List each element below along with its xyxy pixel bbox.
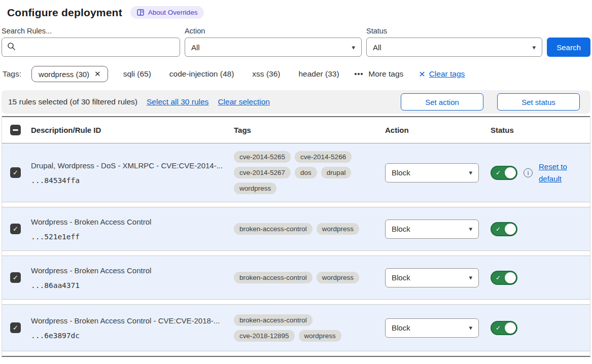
search-input[interactable]	[20, 43, 175, 52]
select-all-checkbox[interactable]	[10, 125, 21, 135]
tag-filter[interactable]: xss (36)	[252, 69, 280, 79]
table-row: ✓ Drupal, Wordpress - DoS - XMLRPC - CVE…	[2, 143, 590, 202]
action-filter-value: All	[191, 43, 200, 52]
rule-action-select[interactable]: Block ▾	[385, 163, 479, 183]
rule-tag-pill: wordpress	[299, 330, 341, 342]
rule-description: Drupal, Wordpress - DoS - XMLRPC - CVE:C…	[31, 161, 225, 171]
more-tags-label: More tags	[368, 69, 403, 79]
rule-action-cell: Block ▾	[385, 318, 491, 338]
rule-action-select[interactable]: Block ▾	[385, 318, 479, 338]
row-checkbox-cell: ✓	[2, 322, 31, 333]
rule-description: Wordpress - Broken Access Control - CVE:…	[31, 316, 225, 326]
header-checkbox-cell	[2, 125, 31, 135]
row-checkbox[interactable]: ✓	[10, 167, 21, 178]
rule-description-cell: Wordpress - Broken Access Control - CVE:…	[31, 316, 234, 340]
table-body: ✓ Drupal, Wordpress - DoS - XMLRPC - CVE…	[2, 143, 590, 351]
clear-tags-link[interactable]: ✕ Clear tags	[419, 69, 465, 79]
rule-tags-cell: broken-access-controlwordpress	[234, 272, 385, 283]
rule-description-cell: Wordpress - Broken Access Control ...521…	[31, 217, 234, 241]
status-filter-field: Status All ▾	[366, 27, 542, 57]
column-header-description: Description/Rule ID	[31, 126, 234, 134]
selected-tag-label: wordpress (30)	[39, 70, 89, 79]
rule-tag-pill: broken-access-control	[234, 272, 312, 283]
rule-action-value: Block	[392, 225, 410, 233]
select-all-link[interactable]: Select all 30 rules	[147, 97, 208, 106]
check-icon: ✓	[13, 324, 18, 331]
ellipsis-icon: •••	[355, 70, 364, 78]
check-icon: ✓	[13, 226, 18, 232]
rules-table: Description/Rule ID Tags Action Status ✓…	[2, 116, 590, 358]
toggle-knob	[505, 272, 516, 283]
clear-tags-label: Clear tags	[429, 69, 465, 79]
row-checkbox[interactable]: ✓	[10, 322, 21, 333]
selected-tag-chip[interactable]: wordpress (30) ✕	[31, 66, 108, 82]
status-toggle[interactable]: ✓	[491, 271, 517, 285]
about-overrides-badge[interactable]: About Overrides	[130, 6, 204, 19]
search-icon	[7, 42, 16, 52]
rule-tag-pill: cve-2018-12895	[234, 330, 295, 342]
reset-to-default-link[interactable]: Reset to default	[539, 161, 571, 185]
rule-action-cell: Block ▾	[385, 220, 491, 239]
check-icon: ✓	[13, 169, 18, 176]
selection-summary: 15 rules selected (of 30 filtered rules)	[8, 97, 137, 106]
row-checkbox-cell: ✓	[2, 167, 31, 178]
status-toggle[interactable]: ✓	[491, 321, 517, 335]
row-checkbox[interactable]: ✓	[10, 272, 21, 283]
indeterminate-icon	[13, 129, 18, 131]
rule-action-value: Block	[392, 323, 410, 332]
table-row: ✓ Wordpress - Broken Access Control ...8…	[2, 256, 590, 300]
action-filter-label: Action	[185, 27, 362, 35]
chevron-down-icon: ▾	[469, 324, 472, 331]
rule-id: ...86aa4371	[31, 281, 225, 289]
tag-filter[interactable]: sqli (65)	[123, 69, 151, 79]
clear-selection-link[interactable]: Clear selection	[218, 97, 270, 106]
tag-filter[interactable]: header (33)	[298, 69, 339, 79]
rule-id: ...521e1eff	[31, 233, 225, 241]
remove-tag-icon[interactable]: ✕	[94, 69, 101, 79]
rule-tag-pill: dos	[295, 167, 317, 178]
column-header-status: Status	[491, 126, 590, 134]
column-header-action: Action	[385, 126, 491, 134]
chevron-down-icon: ▾	[352, 44, 355, 51]
chevron-down-icon: ▾	[532, 44, 536, 51]
page-title: Configure deployment	[7, 7, 122, 19]
rule-action-value: Block	[392, 273, 410, 282]
rule-tag-pill: broken-access-control	[234, 314, 312, 326]
table-row: ✓ Wordpress - Broken Access Control - CV…	[2, 304, 590, 351]
rule-tag-pill: broken-access-control	[234, 223, 312, 235]
rule-tags-cell: broken-access-controlcve-2018-12895wordp…	[234, 314, 385, 342]
rule-status-cell: ✓ i Reset to default	[491, 161, 590, 185]
rule-tag-pill: cve-2014-5267	[234, 167, 291, 178]
toggle-knob	[505, 167, 516, 178]
more-tags-button[interactable]: ••• More tags	[355, 69, 404, 79]
rule-action-select[interactable]: Block ▾	[385, 220, 479, 239]
rule-status-cell: ✓	[491, 271, 590, 285]
tag-filter[interactable]: code-injection (48)	[169, 69, 234, 79]
next-row-top-edge	[2, 356, 590, 358]
row-checkbox-cell: ✓	[2, 272, 31, 283]
search-button[interactable]: Search	[547, 38, 590, 57]
set-status-button[interactable]: Set status	[497, 93, 580, 111]
check-icon: ✓	[13, 274, 18, 281]
rule-description-cell: Drupal, Wordpress - DoS - XMLRPC - CVE:C…	[31, 161, 234, 185]
search-label: Search Rules...	[2, 27, 180, 35]
search-input-wrap	[2, 38, 180, 57]
status-toggle[interactable]: ✓	[491, 222, 517, 236]
check-icon: ✓	[496, 170, 501, 176]
rule-tag-pill: wordpress	[317, 223, 359, 235]
status-filter-label: Status	[366, 27, 542, 35]
selection-bar: 15 rules selected (of 30 filtered rules)…	[2, 90, 590, 114]
info-icon[interactable]: i	[524, 168, 533, 177]
status-toggle[interactable]: ✓	[491, 166, 517, 180]
rule-id: ...6e3897dc	[31, 332, 225, 340]
action-filter-select[interactable]: All ▾	[185, 38, 362, 57]
set-action-button[interactable]: Set action	[401, 93, 483, 111]
rule-tags-cell: cve-2014-5265cve-2014-5266cve-2014-5267d…	[234, 151, 385, 194]
check-icon: ✓	[496, 325, 501, 331]
rule-status-cell: ✓	[491, 222, 590, 236]
status-filter-select[interactable]: All ▾	[366, 38, 542, 57]
row-checkbox[interactable]: ✓	[10, 224, 21, 234]
rule-action-select[interactable]: Block ▾	[385, 268, 479, 287]
tags-bar: Tags: wordpress (30) ✕ sqli (65)code-inj…	[3, 66, 590, 82]
row-checkbox-cell: ✓	[2, 224, 31, 234]
